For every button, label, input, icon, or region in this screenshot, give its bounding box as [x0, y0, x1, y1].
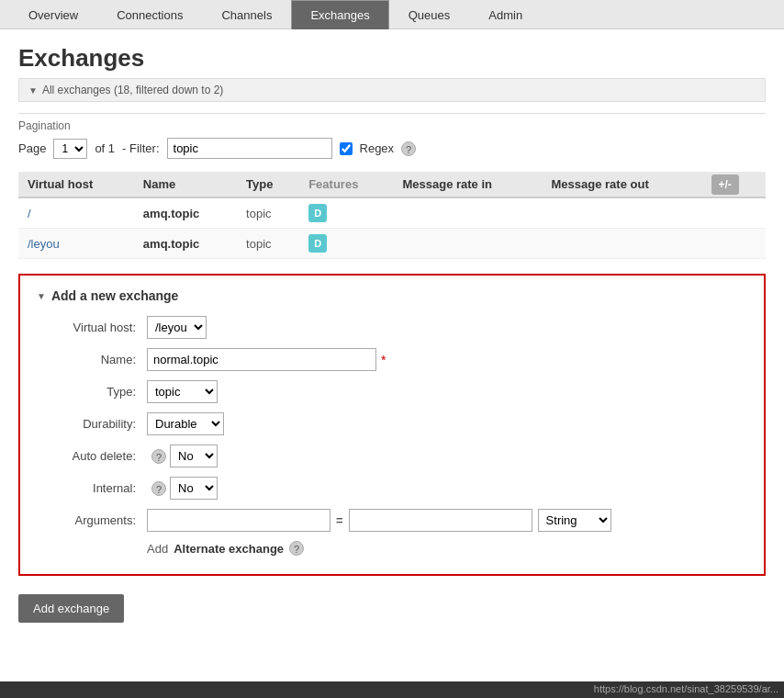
required-star: *: [381, 353, 386, 367]
regex-checkbox[interactable]: [340, 142, 353, 155]
exchange-name[interactable]: amq.topic: [143, 237, 199, 251]
nav-tabs: Overview Connections Channels Exchanges …: [0, 0, 784, 29]
filter-summary-bar: ▼ All exchanges (18, filtered down to 2): [18, 78, 766, 102]
section-header: ▼ Add a new exchange: [37, 288, 747, 303]
th-type: Type: [237, 172, 299, 197]
row-name: amq.topic: [134, 229, 237, 259]
arg-value-input[interactable]: [349, 509, 532, 532]
row-features: D: [299, 197, 393, 229]
alternate-exchange-help-button[interactable]: ?: [289, 541, 304, 556]
tab-admin[interactable]: Admin: [469, 0, 542, 29]
arguments-label: Arguments:: [37, 513, 147, 527]
page-label: Page: [18, 141, 46, 155]
row-vhost: /leyou: [18, 229, 134, 259]
section-collapse-icon[interactable]: ▼: [37, 291, 46, 301]
pagination-label: Pagination: [18, 113, 766, 132]
row-vhost: /: [18, 197, 134, 229]
pagination-row: Page 1 of 1 - Filter: Regex ?: [18, 138, 766, 159]
vhost-link[interactable]: /leyou: [28, 237, 60, 251]
virtual-host-row: Virtual host: /leyou /: [37, 316, 747, 339]
status-bar: https://blog.csdn.net/sinat_38259539/ar.…: [0, 681, 784, 698]
feature-badge-d: D: [308, 234, 327, 253]
exchanges-table: Virtual host Name Type Features Message …: [18, 172, 766, 259]
row-action: [702, 197, 766, 229]
type-select[interactable]: direct fanout topic headers: [147, 380, 218, 403]
alternate-exchange-label: Alternate exchange: [174, 542, 284, 556]
th-actions: +/-: [702, 172, 766, 197]
durability-row: Durability: Durable Transient: [37, 412, 747, 435]
auto-delete-help-button[interactable]: ?: [151, 449, 166, 464]
vhost-link[interactable]: /: [28, 207, 31, 220]
virtual-host-select[interactable]: /leyou /: [147, 316, 207, 339]
type-row: Type: direct fanout topic headers: [37, 380, 747, 403]
auto-delete-row: Auto delete: ? No Yes: [37, 445, 747, 467]
th-rate-out: Message rate out: [543, 172, 702, 197]
regex-label: Regex: [360, 141, 395, 155]
tab-channels[interactable]: Channels: [202, 0, 291, 29]
table-row: / amq.topic topic D: [18, 197, 766, 229]
th-rate-in: Message rate in: [393, 172, 542, 197]
add-alternate-row: Add Alternate exchange ?: [37, 541, 747, 556]
arg-type-select[interactable]: String Number Boolean: [538, 509, 611, 532]
table-header-row: Virtual host Name Type Features Message …: [18, 172, 766, 197]
collapse-icon[interactable]: ▼: [28, 85, 38, 96]
th-features: Features: [299, 172, 393, 197]
name-row: Name: *: [37, 348, 747, 371]
internal-select[interactable]: No Yes: [170, 477, 218, 500]
row-type: topic: [237, 197, 299, 229]
page-title: Exchanges: [18, 44, 766, 73]
name-input[interactable]: [147, 348, 376, 371]
row-rate-out: [543, 229, 702, 259]
tab-queues[interactable]: Queues: [389, 0, 470, 29]
add-exchange-section: ▼ Add a new exchange Virtual host: /leyo…: [18, 274, 766, 576]
row-rate-in: [393, 229, 542, 259]
feature-badge-d: D: [308, 204, 327, 222]
arguments-row: Arguments: = String Number Boolean: [37, 509, 747, 532]
arg-key-input[interactable]: [147, 509, 330, 532]
tab-exchanges[interactable]: Exchanges: [291, 0, 388, 29]
durability-select[interactable]: Durable Transient: [147, 412, 224, 435]
arguments-inputs: = String Number Boolean: [147, 509, 611, 532]
tab-connections[interactable]: Connections: [97, 0, 202, 29]
add-exchange-button[interactable]: Add exchange: [18, 594, 124, 623]
filter-label: - Filter:: [122, 141, 159, 155]
table-row: /leyou amq.topic topic D: [18, 229, 766, 259]
auto-delete-select[interactable]: No Yes: [170, 445, 218, 467]
type-label: Type:: [37, 385, 147, 399]
row-rate-in: [393, 197, 542, 229]
regex-help-button[interactable]: ?: [401, 141, 416, 156]
filter-summary-text: All exchanges (18, filtered down to 2): [42, 84, 223, 96]
page-select[interactable]: 1: [53, 139, 87, 159]
row-action: [702, 229, 766, 259]
tab-overview[interactable]: Overview: [9, 0, 97, 29]
internal-label: Internal:: [37, 481, 147, 495]
exchange-name[interactable]: amq.topic: [143, 207, 199, 220]
plus-minus-badge: +/-: [711, 174, 739, 195]
row-name: amq.topic: [134, 197, 237, 229]
row-type: topic: [237, 229, 299, 259]
auto-delete-label: Auto delete:: [37, 449, 147, 463]
filter-input[interactable]: [167, 138, 332, 159]
internal-help-button[interactable]: ?: [151, 481, 166, 496]
internal-row: Internal: ? No Yes: [37, 477, 747, 500]
arg-equals: =: [336, 513, 343, 527]
th-name: Name: [134, 172, 237, 197]
row-features: D: [299, 229, 393, 259]
main-content: Exchanges ▼ All exchanges (18, filtered …: [0, 29, 784, 691]
add-link[interactable]: Add: [147, 542, 168, 556]
of-label: of 1: [95, 141, 115, 155]
th-virtual-host: Virtual host: [18, 172, 134, 197]
status-url: https://blog.csdn.net/sinat_38259539/ar.…: [594, 683, 778, 694]
section-title: Add a new exchange: [51, 288, 178, 303]
name-label: Name:: [37, 353, 147, 366]
row-rate-out: [543, 197, 702, 229]
virtual-host-label: Virtual host:: [37, 321, 147, 334]
durability-label: Durability:: [37, 417, 147, 431]
